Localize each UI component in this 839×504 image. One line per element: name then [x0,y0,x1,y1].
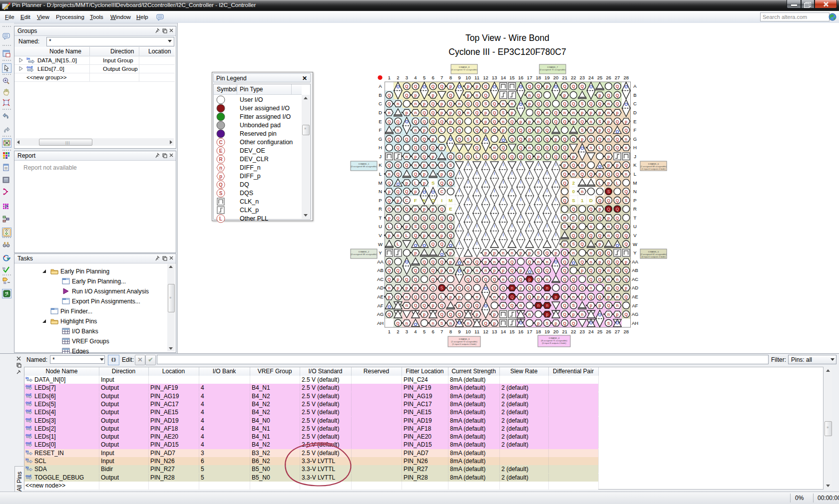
svg-text:p: p [572,312,575,317]
svg-text:Q: Q [554,119,558,124]
svg-text:n: n [607,277,610,282]
svg-text:IOBANK_2: IOBANK_2 [359,251,370,253]
svg-text:O: O [616,129,619,134]
svg-text:p: p [537,154,539,159]
svg-text:C: C [405,198,408,203]
svg-text:n: n [625,172,627,177]
svg-text:S: S [414,224,417,229]
svg-text:Q: Q [528,285,531,290]
svg-text:p: p [598,172,601,177]
svg-text:Q: Q [405,93,409,98]
svg-text:Q: Q [624,242,628,247]
svg-text:Q: Q [449,312,452,317]
svg-text:P: P [5,204,8,209]
svg-text:n: n [414,101,417,106]
svg-text:Q: Q [475,277,479,282]
svg-text:28: 28 [623,329,629,334]
svg-text:Q: Q [440,242,443,247]
svg-text:Q: Q [519,128,522,133]
svg-text:Q: Q [414,172,418,177]
svg-text:Q: Q [431,259,435,264]
svg-text:Q: Q [528,84,531,89]
svg-text:p: p [414,189,417,194]
svg-text:Q: Q [414,303,418,308]
svg-text:W: W [633,242,637,247]
svg-text:H: H [379,145,382,150]
svg-text:O: O [554,259,558,264]
svg-text:p: p [519,285,522,290]
svg-text:Q: Q [388,163,391,168]
svg-text:IOBANK_3: IOBANK_3 [459,338,470,340]
svg-text:Q: Q [510,303,514,308]
svg-text:p: p [493,321,495,326]
svg-text:Q: Q [405,137,409,142]
svg-text:p: p [616,312,618,317]
svg-text:n: n [511,251,513,255]
svg-text:p: p [431,93,434,98]
svg-text:p: p [440,268,443,273]
svg-text:13: 13 [492,75,497,80]
svg-text:Q: Q [388,137,391,142]
svg-text:p: p [625,119,627,124]
svg-text:Q: Q [598,277,602,282]
svg-text:O: O [405,119,409,124]
svg-text:n: n [493,145,495,150]
svg-text:Q: Q [397,163,400,168]
svg-text:Q: Q [422,259,426,264]
svg-text:p: p [388,294,391,299]
svg-text:Q: Q [466,303,470,308]
svg-text:n: n [397,128,399,133]
svg-text:S: S [475,137,478,142]
svg-text:n: n [590,145,592,150]
svg-text:Q: Q [624,294,628,299]
svg-text:Q: Q [624,268,628,273]
svg-text:p: p [563,163,566,168]
svg-text:Q: Q [388,312,391,317]
svg-text:Q: Q [589,137,593,142]
svg-text:Q: Q [449,172,452,177]
svg-text:p: p [388,233,391,238]
svg-text:Q: Q [616,137,619,142]
svg-text:Y: Y [633,250,637,255]
svg-text:O: O [493,84,496,89]
svg-text:AC: AC [632,276,638,282]
svg-text:p: p [607,119,610,124]
svg-text:Q: Q [589,294,593,299]
svg-text:n: n [546,285,548,290]
svg-text:AF: AF [377,303,383,308]
svg-text:Q: Q [624,312,628,317]
svg-text:Q: Q [580,84,584,89]
svg-text:19: 19 [544,329,550,334]
svg-text:P: P [379,198,382,203]
svg-text:p: p [493,251,495,255]
svg-text:p: p [519,251,522,255]
svg-text:p: p [607,181,610,186]
svg-text:11: 11 [474,329,479,334]
svg-text:Q: Q [484,277,487,282]
svg-text:p: p [598,259,601,264]
svg-text:Q: Q [563,198,566,203]
svg-text:(1 input 0 outputs 0 bidir): (1 input 0 outputs 0 bidir) [452,343,476,345]
svg-text:n: n [537,303,539,308]
svg-text:AB: AB [377,267,384,273]
svg-text:Q: Q [607,128,610,133]
svg-text:p: p [423,181,425,186]
svg-text:IOBANK_6: IOBANK_6 [648,163,659,165]
svg-text:L: L [379,171,382,177]
svg-text:Q: Q [616,285,619,290]
svg-text:p: p [528,119,531,124]
svg-text:17: 17 [527,75,532,80]
svg-text:Q: Q [572,101,575,106]
svg-text:p: p [511,110,513,115]
svg-text:S: S [563,294,566,299]
svg-text:Q: Q [405,84,409,89]
svg-text:O: O [589,320,593,325]
svg-text:p: p [423,312,425,317]
svg-text:Q: Q [493,285,496,290]
svg-text:18: 18 [536,329,541,334]
svg-text:Q: Q [537,137,540,142]
svg-text:Q: Q [414,119,418,124]
svg-text:p: p [528,251,531,255]
svg-text:Q: Q [545,119,549,124]
svg-text:15: 15 [509,329,515,334]
